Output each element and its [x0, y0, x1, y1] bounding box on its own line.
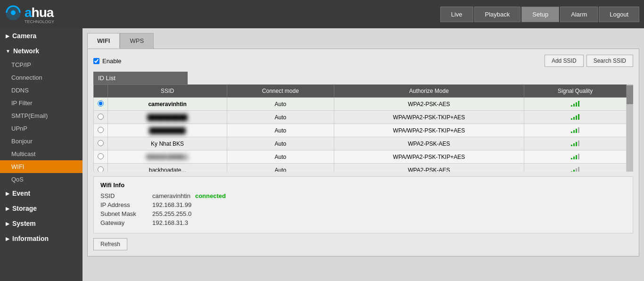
wifi-info-gateway-row: Gateway 192.168.31.3 — [100, 219, 626, 226]
svg-point-1 — [11, 10, 16, 15]
wifi-info-ssid-row: SSID cameravinhtin connected — [100, 192, 626, 199]
mode-cell: Auto — [227, 111, 334, 124]
ssid-cell: ██████████ — [108, 111, 227, 124]
row-radio[interactable] — [98, 166, 104, 172]
ip-value: 192.168.31.99 — [152, 201, 191, 208]
sidebar-item-multicast[interactable]: Multicast — [0, 148, 83, 160]
arrow-icon — [6, 191, 9, 196]
wifi-info-title: Wifi Info — [100, 182, 626, 189]
sidebar-section-storage[interactable]: Storage — [0, 201, 83, 216]
table-row[interactable]: DAHUA-04494...AutoWPA/WPA2-PSK-TKIP+AES — [94, 150, 627, 164]
sidebar-item-qos[interactable]: QoS — [0, 173, 83, 186]
auth-cell: WPA/WPA2-PSK-TKIP+AES — [334, 124, 524, 137]
signal-cell — [524, 124, 627, 137]
table-row[interactable]: cameravinhtinAutoWPA2-PSK-AES — [94, 98, 627, 111]
scrollbar-thumb[interactable] — [627, 85, 633, 104]
signal-cell — [524, 98, 627, 111]
sidebar-item-upnp[interactable]: UPnP — [0, 122, 83, 135]
auth-cell: WPA2-PSK-AES — [334, 98, 524, 111]
main-content: WIFI WPS Enable Add SSID Search SSID ID … — [83, 28, 644, 281]
ssid-cell: cameravinhtin — [108, 98, 227, 111]
search-ssid-button[interactable]: Search SSID — [586, 55, 633, 67]
mode-cell: Auto — [227, 164, 334, 172]
nav-live[interactable]: Live — [440, 7, 473, 22]
top-buttons: Add SSID Search SSID — [545, 55, 633, 67]
sidebar-item-ipfilter[interactable]: IP Filter — [0, 97, 83, 109]
nav-logout[interactable]: Logout — [599, 7, 639, 22]
table-row[interactable]: backhoadate...AutoWPA2-PSK-AES — [94, 164, 627, 172]
id-list-header: ID List — [93, 72, 188, 84]
sidebar-item-tcpip[interactable]: TCP/IP — [0, 58, 83, 71]
sidebar-section-event[interactable]: Event — [0, 186, 83, 201]
subnet-value: 255.255.255.0 — [152, 210, 191, 217]
signal-cell — [524, 164, 627, 172]
row-radio[interactable] — [98, 100, 104, 107]
enable-label: Enable — [102, 58, 121, 65]
ip-label: IP Address — [100, 201, 152, 208]
table-row[interactable]: Ky Nhat BKSAutoWPA2-PSK-AES — [94, 137, 627, 150]
logo-text: ahua — [25, 5, 53, 20]
sidebar-item-wifi[interactable]: WIFI — [0, 160, 83, 173]
mode-cell: Auto — [227, 124, 334, 137]
wifi-table: SSID Connect mode Authorize Mode Signal … — [93, 84, 627, 172]
ssid-label: SSID — [100, 192, 152, 199]
col-auth: Authorize Mode — [334, 85, 524, 98]
auth-cell: WPA2-PSK-AES — [334, 164, 524, 172]
arrow-icon — [6, 206, 9, 211]
gateway-value: 192.168.31.3 — [152, 219, 188, 226]
header: ahua TECHNOLOGY Live Playback Setup Alar… — [0, 0, 644, 28]
row-radio[interactable] — [98, 140, 104, 146]
refresh-button[interactable]: Refresh — [93, 238, 127, 250]
sidebar-item-connection[interactable]: Connection — [0, 71, 83, 84]
refresh-row: Refresh — [93, 238, 633, 250]
enable-left: Enable — [93, 58, 121, 65]
row-radio[interactable] — [98, 127, 104, 133]
logo-sub: TECHNOLOGY — [25, 19, 54, 24]
nav-buttons: Live Playback Setup Alarm Logout — [440, 7, 639, 22]
nav-alarm[interactable]: Alarm — [560, 7, 598, 22]
wifi-info: Wifi Info SSID cameravinhtin connected I… — [93, 176, 633, 233]
gateway-label: Gateway — [100, 219, 152, 226]
col-select — [94, 85, 108, 98]
arrow-icon — [6, 221, 9, 226]
sidebar-item-smtp[interactable]: SMTP(Email) — [0, 109, 83, 122]
enable-checkbox[interactable] — [93, 58, 99, 64]
auth-cell: WPA2-PSK-AES — [334, 137, 524, 150]
enable-row: Enable Add SSID Search SSID — [93, 55, 633, 67]
ssid-cell: DAHUA-04494... — [108, 150, 227, 164]
arrow-icon — [6, 33, 9, 39]
table-row[interactable]: █████████AutoWPA/WPA2-PSK-TKIP+AES — [94, 124, 627, 137]
ssid-cell: █████████ — [108, 124, 227, 137]
sidebar-section-camera[interactable]: Camera — [0, 28, 83, 43]
ssid-cell: Ky Nhat BKS — [108, 137, 227, 150]
mode-cell: Auto — [227, 137, 334, 150]
sidebar: Camera Network TCP/IP Connection DDNS IP… — [0, 28, 83, 281]
ssid-value: cameravinhtin — [152, 192, 190, 199]
wifi-info-subnet-row: Subnet Mask 255.255.255.0 — [100, 210, 626, 217]
connected-badge: connected — [195, 192, 226, 199]
row-radio[interactable] — [98, 153, 104, 159]
logo: ahua TECHNOLOGY — [5, 4, 54, 24]
sidebar-section-system[interactable]: System — [0, 216, 83, 231]
add-ssid-button[interactable]: Add SSID — [545, 55, 584, 67]
tab-wifi[interactable]: WIFI — [87, 33, 120, 49]
content-panel: Enable Add SSID Search SSID ID List SSID — [87, 49, 639, 256]
table-row[interactable]: ██████████AutoWPA/WPA2-PSK-TKIP+AES — [94, 111, 627, 124]
signal-cell — [524, 111, 627, 124]
arrow-icon — [6, 49, 10, 54]
tab-bar: WIFI WPS — [87, 33, 639, 49]
scrollbar-track[interactable] — [627, 84, 633, 172]
mode-cell: Auto — [227, 150, 334, 164]
table-scroll[interactable]: SSID Connect mode Authorize Mode Signal … — [93, 84, 633, 172]
row-radio[interactable] — [98, 114, 104, 120]
nav-setup[interactable]: Setup — [521, 7, 559, 22]
sidebar-item-ddns[interactable]: DDNS — [0, 84, 83, 97]
col-signal: Signal Quality — [524, 85, 627, 98]
tab-wps[interactable]: WPS — [120, 33, 154, 49]
auth-cell: WPA/WPA2-PSK-TKIP+AES — [334, 150, 524, 164]
sidebar-section-network[interactable]: Network — [0, 43, 83, 58]
nav-playback[interactable]: Playback — [474, 7, 521, 22]
auth-cell: WPA/WPA2-PSK-TKIP+AES — [334, 111, 524, 124]
sidebar-section-information[interactable]: Information — [0, 231, 83, 246]
sidebar-item-bonjour[interactable]: Bonjour — [0, 135, 83, 148]
